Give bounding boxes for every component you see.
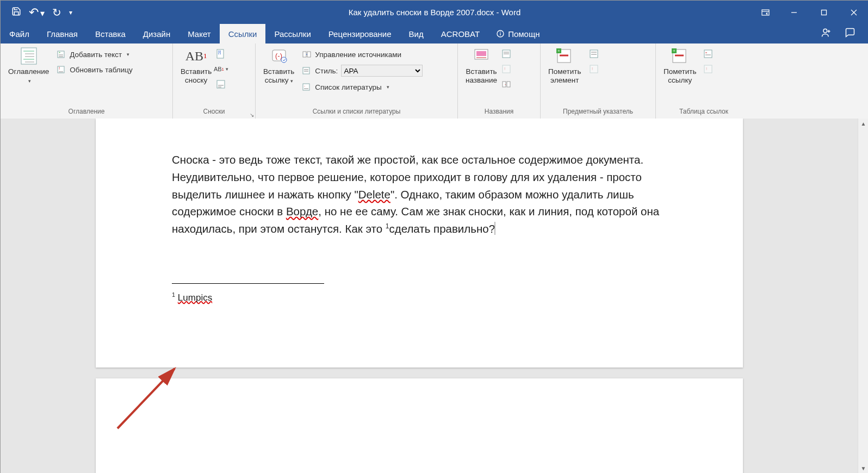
close-button[interactable] <box>839 1 868 24</box>
tab-layout[interactable]: Макет <box>179 24 219 43</box>
citation-style: Стиль: APA <box>301 64 424 77</box>
tab-references[interactable]: Ссылки <box>220 24 266 43</box>
footnote-separator <box>172 283 324 284</box>
tab-design[interactable]: Дизайн <box>134 24 179 43</box>
insert-tof-icon[interactable] <box>501 49 511 59</box>
style-label: Стиль: <box>315 67 338 75</box>
titlebar-right-icons <box>821 24 868 43</box>
bibliography-button[interactable]: - Список литературы▾ <box>301 80 424 94</box>
word-window: ↶▾ ↻ ▾ Как удалить сноски в Ворде 2007.d… <box>0 0 868 473</box>
svg-text:!: ! <box>59 66 60 71</box>
svg-text:-: - <box>304 84 305 88</box>
tab-view[interactable]: Вид <box>400 24 432 43</box>
svg-rect-51 <box>590 50 598 58</box>
comments-icon[interactable] <box>845 27 855 41</box>
svg-text:!: ! <box>592 66 593 71</box>
page-1[interactable]: Сноска - это ведь тоже текст, такой же п… <box>96 119 743 368</box>
svg-text:[i]: [i] <box>218 50 221 54</box>
svg-text:+: + <box>673 48 675 53</box>
next-footnote-icon[interactable]: AB1▾ <box>216 64 226 74</box>
insert-citation-label: Вставить ссылку <box>263 67 294 84</box>
scroll-down-icon[interactable]: ▼ <box>858 463 868 473</box>
manage-sources-button[interactable]: Управление источниками <box>301 48 424 61</box>
insert-toa-icon[interactable] <box>703 49 713 59</box>
ribbon-tabs: Файл Главная Вставка Дизайн Макет Ссылки… <box>1 24 868 43</box>
group-citations: (-) Вставить ссылку▾ Управление источник… <box>256 43 458 119</box>
svg-rect-0 <box>762 10 769 15</box>
bibliography-icon: - <box>302 82 312 92</box>
group-index: + Пометить элемент ! Предметный указател… <box>541 43 656 119</box>
document-area[interactable]: Сноска - это ведь тоже текст, такой же п… <box>1 119 868 473</box>
quick-access-toolbar: ↶▾ ↻ ▾ <box>1 5 72 20</box>
text-delete: Delete <box>358 188 390 201</box>
citation-icon: (-) <box>270 47 288 65</box>
page-2[interactable] <box>96 378 743 473</box>
minimize-button[interactable] <box>779 1 809 24</box>
footnote-icon: AB1 <box>187 47 206 65</box>
tab-insert[interactable]: Вставка <box>86 24 134 43</box>
save-icon[interactable] <box>11 7 21 18</box>
group-captions: Вставить название ! - Названия <box>458 43 541 119</box>
svg-rect-60 <box>704 50 712 58</box>
group-index-label: Предметный указатель <box>545 108 651 119</box>
svg-text:!: ! <box>706 66 707 71</box>
update-tof-icon[interactable]: ! <box>501 64 511 74</box>
insert-endnote-icon[interactable]: [i] <box>216 49 226 59</box>
footnote-number: 1 <box>172 291 175 298</box>
redo-icon[interactable]: ↻ <box>52 6 61 19</box>
svg-rect-28 <box>303 52 306 57</box>
tell-me-label: Помощн <box>508 29 540 39</box>
style-icon <box>302 66 312 76</box>
svg-text:!: ! <box>504 66 505 71</box>
mark-entry-button[interactable]: + Пометить элемент <box>545 46 585 86</box>
bibliography-label: Список литературы <box>315 83 382 91</box>
svg-rect-37 <box>476 51 486 56</box>
insert-caption-button[interactable]: Вставить название <box>462 46 500 86</box>
add-text-label: Добавить текст <box>70 51 122 59</box>
insert-index-icon[interactable] <box>589 49 599 59</box>
paragraph[interactable]: Сноска - это ведь тоже текст, такой же п… <box>172 151 678 238</box>
toc-icon <box>20 47 38 65</box>
show-notes-icon[interactable] <box>216 79 226 89</box>
tab-file[interactable]: Файл <box>1 24 38 43</box>
svg-text:-: - <box>505 82 506 86</box>
mark-citation-button[interactable]: + Пометить ссылку <box>660 46 700 86</box>
qat-customize-icon[interactable]: ▾ <box>69 9 72 16</box>
group-footnotes: AB1 Вставить сноску [i] AB1▾ Сноски <box>173 43 256 119</box>
insert-footnote-button[interactable]: AB1 Вставить сноску <box>177 46 215 86</box>
text-cursor <box>494 222 495 235</box>
maximize-button[interactable] <box>809 1 839 24</box>
document-title: Как удалить сноски в Ворде 2007.docx - W… <box>1 8 868 17</box>
share-icon[interactable] <box>821 27 832 41</box>
mark-citation-label: Пометить ссылку <box>664 67 697 85</box>
group-toa-label: Таблица ссылок <box>660 108 747 119</box>
tell-me[interactable]: Помощн <box>488 24 540 43</box>
text-vorde: Ворде <box>286 205 318 217</box>
text-run-4: сделать правильно? <box>389 222 495 235</box>
update-index-icon[interactable]: ! <box>589 64 599 74</box>
tab-home[interactable]: Главная <box>38 24 86 43</box>
insert-citation-button[interactable]: (-) Вставить ссылку▾ <box>260 46 297 86</box>
window-controls <box>752 1 868 24</box>
undo-icon[interactable]: ↶▾ <box>29 5 45 20</box>
tab-mailings[interactable]: Рассылки <box>265 24 319 43</box>
footnote-text[interactable]: 1 Lumpics <box>172 291 212 303</box>
svg-rect-45 <box>507 82 510 87</box>
mark-entry-icon: + <box>555 47 574 65</box>
add-text-button[interactable]: + Добавить текст▾ <box>55 48 133 61</box>
caption-icon <box>472 47 491 65</box>
toc-button[interactable]: Оглавление▾ <box>5 46 52 86</box>
update-table-button[interactable]: ! Обновить таблицу <box>55 63 133 76</box>
vertical-scrollbar[interactable]: ▲ ▼ <box>858 119 868 473</box>
group-captions-label: Названия <box>462 108 536 119</box>
manage-sources-label: Управление источниками <box>315 51 401 59</box>
scroll-up-icon[interactable]: ▲ <box>858 119 868 129</box>
tab-review[interactable]: Рецензирование <box>320 24 400 43</box>
group-footnotes-label: Сноски <box>177 108 251 119</box>
ribbon-options-icon[interactable] <box>752 1 779 24</box>
tab-acrobat[interactable]: ACROBAT <box>432 24 488 43</box>
style-dropdown[interactable]: APA <box>341 65 423 77</box>
cross-ref-icon[interactable]: - <box>501 79 511 89</box>
footnote-content: Lumpics <box>178 292 212 303</box>
update-toa-icon[interactable]: ! <box>703 64 713 74</box>
